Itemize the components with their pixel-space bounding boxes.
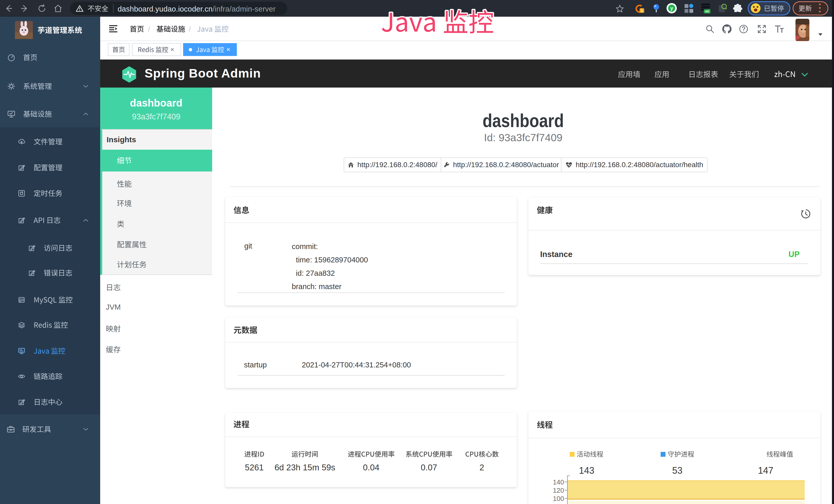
svg-text:on: on: [705, 9, 709, 13]
svg-text:y: y: [670, 5, 673, 11]
svg-text:1: 1: [641, 8, 643, 13]
